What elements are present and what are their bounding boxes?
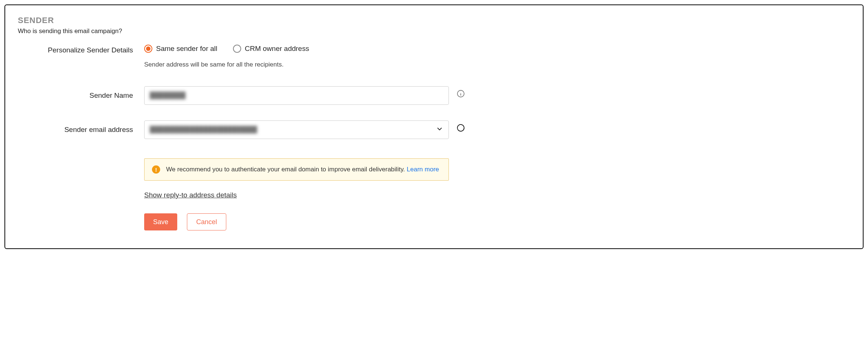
cancel-button[interactable]: Cancel: [187, 213, 226, 230]
personalize-label: Personalize Sender Details: [18, 45, 144, 54]
info-icon[interactable]: [456, 89, 465, 98]
alert-text-wrap: We recommend you to authenticate your em…: [166, 166, 439, 173]
sender-name-value: ████████: [150, 92, 185, 99]
radio-same-sender-label: Same sender for all: [156, 45, 217, 53]
radio-crm-owner-label: CRM owner address: [245, 45, 309, 53]
section-title: SENDER: [18, 16, 850, 25]
sender-email-value: ████████████████████████: [150, 126, 257, 133]
sender-name-row: Sender Name ████████: [18, 86, 850, 105]
sender-email-select[interactable]: ████████████████████████: [144, 120, 449, 139]
sender-email-row: Sender email address ███████████████████…: [18, 120, 850, 139]
radio-icon: [144, 45, 152, 53]
authenticate-alert: ! We recommend you to authenticate your …: [144, 158, 449, 181]
sender-email-label: Sender email address: [18, 120, 144, 134]
sender-panel: SENDER Who is sending this email campaig…: [4, 4, 864, 249]
personalize-row: Personalize Sender Details Same sender f…: [18, 45, 850, 68]
show-reply-to-link[interactable]: Show reply-to address details: [144, 191, 237, 199]
reply-to-row: Show reply-to address details: [18, 191, 850, 199]
refresh-icon[interactable]: [456, 123, 465, 132]
radio-crm-owner[interactable]: CRM owner address: [233, 45, 309, 53]
section-subtitle: Who is sending this email campaign?: [18, 28, 850, 35]
alert-row: ! We recommend you to authenticate your …: [18, 158, 850, 181]
learn-more-link[interactable]: Learn more: [407, 166, 439, 173]
alert-text: We recommend you to authenticate your em…: [166, 166, 407, 173]
button-row: Save Cancel: [18, 213, 850, 230]
personalize-radio-group: Same sender for all CRM owner address: [144, 45, 449, 53]
personalize-help-text: Sender address will be same for all the …: [144, 61, 449, 68]
svg-point-2: [461, 92, 461, 92]
sender-name-label: Sender Name: [18, 86, 144, 100]
chevron-down-icon: [436, 125, 443, 135]
save-button[interactable]: Save: [144, 213, 177, 230]
sender-name-input[interactable]: ████████: [144, 86, 449, 105]
warning-icon: !: [152, 165, 160, 174]
radio-icon: [233, 45, 241, 53]
radio-same-sender[interactable]: Same sender for all: [144, 45, 217, 53]
